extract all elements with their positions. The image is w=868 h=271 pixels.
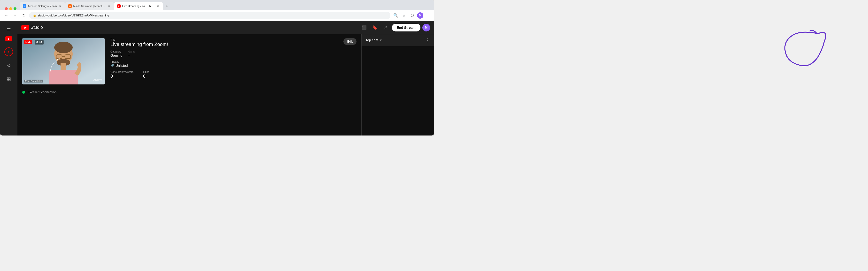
minimize-button[interactable] (9, 7, 12, 10)
stream-title: Live streaming from Zoom! (111, 42, 168, 47)
address-input[interactable]: 🔒 studio.youtube.com/video/cG3HG2ihnAM/l… (29, 12, 391, 19)
refresh-button[interactable]: ↻ (20, 12, 27, 19)
sidebar-menu-button[interactable]: ☰ (4, 24, 13, 33)
avatar-initial: M (425, 26, 428, 29)
tab-zoom-title: Account Settings - Zoom (28, 5, 57, 7)
title-label: Title (111, 38, 168, 41)
close-button[interactable] (5, 7, 8, 10)
yt-favicon: ▶ (117, 4, 121, 8)
sidebar-item-live[interactable]: ● (3, 46, 14, 58)
tab-zoom[interactable]: Z Account Settings - Zoom ✕ (20, 2, 65, 10)
tab-minds[interactable]: M Minds Networks | Monetize a... ✕ (65, 2, 114, 10)
privacy-row: Privacy 🔗 Unlisted (111, 60, 356, 68)
sidebar-logo (5, 36, 12, 41)
header-share-icon[interactable]: ↗ (381, 23, 390, 32)
privacy-value-container: 🔗 Unlisted (111, 64, 356, 68)
viewers-label: Concurrent viewers (111, 70, 133, 73)
privacy-lock-icon: 🔗 (111, 64, 114, 67)
live-badge: LIVE (24, 40, 32, 44)
privacy-label: Privacy (111, 60, 356, 63)
connection-text: Excellent connection (28, 90, 56, 94)
title-row: Title Live streaming from Zoom! Edit (111, 38, 356, 47)
profile-avatar[interactable]: M (417, 12, 423, 19)
likes-stat: Likes 0 (143, 70, 149, 79)
chat-more-button[interactable]: ⋮ (425, 37, 430, 43)
stats-row: Concurrent viewers 0 Likes 0 (111, 70, 356, 79)
chat-header-left: Top chat ∨ (366, 38, 382, 42)
stream-info: Title Live streaming from Zoom! Edit Cat… (111, 38, 356, 79)
game-label: Game (128, 50, 135, 53)
live-dot: ● (8, 50, 9, 54)
search-icon[interactable]: 🔍 (392, 12, 399, 19)
likes-value: 0 (143, 74, 149, 79)
connection-dot-icon (22, 91, 25, 94)
tab-youtube[interactable]: ▶ Live streaming - YouTube Stu... ✕ (114, 2, 163, 10)
browser-actions: 🔍 ☆ ⬡ M ⋮ (392, 12, 431, 19)
chat-title: Top chat (366, 38, 378, 42)
address-text: 🔒 studio.youtube.com/video/cG3HG2ihnAM/l… (33, 14, 109, 17)
lock-icon: 🔒 (33, 14, 36, 17)
tab-yt-close[interactable]: ✕ (156, 4, 160, 8)
app-header: Studio ⬛ 🔖 ↗ End Stream M (18, 21, 434, 34)
svg-point-9 (78, 62, 81, 66)
content-body: LIVE 0:44 zoom Mark Ryan Sallee Title Li… (18, 34, 434, 135)
connection-status: Excellent connection (22, 88, 356, 96)
sidebar-item-camera[interactable]: ⊙ (3, 60, 14, 71)
person-svg (22, 38, 104, 84)
traffic-lights (2, 7, 20, 10)
svg-point-2 (54, 42, 73, 53)
bookmark-icon[interactable]: ☆ (401, 12, 407, 19)
url-text: studio.youtube.com/video/cG3HG2ihnAM/liv… (38, 14, 109, 17)
tab-minds-close[interactable]: ✕ (107, 4, 111, 8)
viewers-value: 0 (111, 74, 133, 79)
minds-favicon: M (68, 4, 72, 8)
browser-window: Z Account Settings - Zoom ✕ M Minds Netw… (0, 0, 434, 135)
end-stream-button[interactable]: End Stream (392, 24, 421, 31)
chat-dropdown-icon[interactable]: ∨ (380, 38, 382, 42)
game-value: – (128, 54, 135, 57)
live-indicator-icon: ● (4, 47, 13, 56)
sidebar: ☰ ● ⊙ ▦ (0, 21, 18, 135)
edit-button[interactable]: Edit (343, 38, 356, 45)
header-bookmark-icon[interactable]: 🔖 (371, 23, 379, 32)
svg-rect-7 (49, 70, 78, 84)
video-thumbnail (22, 38, 104, 84)
back-button[interactable]: ← (3, 12, 10, 19)
privacy-value-text: Unlisted (116, 64, 128, 68)
main-content: Studio ⬛ 🔖 ↗ End Stream M (18, 21, 434, 135)
new-tab-button[interactable]: + (163, 3, 170, 10)
extensions-icon[interactable]: ⬡ (409, 12, 415, 19)
sidebar-item-calendar[interactable]: ▦ (3, 73, 14, 85)
svg-rect-8 (61, 63, 66, 70)
forward-button[interactable]: → (11, 12, 19, 19)
category-row: Category Gaming Game – (111, 50, 356, 57)
chat-header: Top chat ∨ ⋮ (362, 34, 434, 46)
maximize-button[interactable] (13, 7, 17, 10)
header-subtitles-icon[interactable]: ⬛ (360, 23, 369, 32)
chat-panel: Top chat ∨ ⋮ (361, 34, 434, 135)
youtube-logo: Studio (21, 25, 43, 30)
studio-label: Studio (31, 25, 43, 30)
browser-menu-button[interactable]: ⋮ (425, 12, 431, 19)
viewers-stat: Concurrent viewers 0 (111, 70, 133, 79)
header-avatar[interactable]: M (423, 24, 430, 31)
category-info: Category Gaming (111, 50, 122, 57)
youtube-icon (21, 25, 29, 30)
tab-zoom-close[interactable]: ✕ (58, 4, 62, 8)
camera-icon: ⊙ (7, 63, 11, 68)
subcategory-info: Game – (128, 50, 135, 57)
header-actions: ⬛ 🔖 ↗ End Stream M (360, 23, 430, 32)
likes-label: Likes (143, 70, 149, 73)
calendar-icon: ▦ (7, 76, 11, 81)
live-timer: 0:44 (35, 40, 43, 44)
youtube-studio-app: ☰ ● ⊙ ▦ Studio (0, 21, 434, 135)
tab-minds-title: Minds Networks | Monetize a... (73, 5, 105, 7)
video-preview: LIVE 0:44 zoom Mark Ryan Sallee (22, 38, 104, 84)
zoom-watermark: zoom (93, 78, 102, 81)
video-preview-container: LIVE 0:44 zoom Mark Ryan Sallee Title Li… (22, 38, 356, 84)
tab-bar: Z Account Settings - Zoom ✕ M Minds Netw… (0, 0, 434, 10)
category-value: Gaming (111, 54, 122, 57)
zoom-favicon: Z (23, 4, 26, 8)
left-panel: LIVE 0:44 zoom Mark Ryan Sallee Title Li… (18, 34, 361, 135)
chat-body (362, 46, 434, 135)
